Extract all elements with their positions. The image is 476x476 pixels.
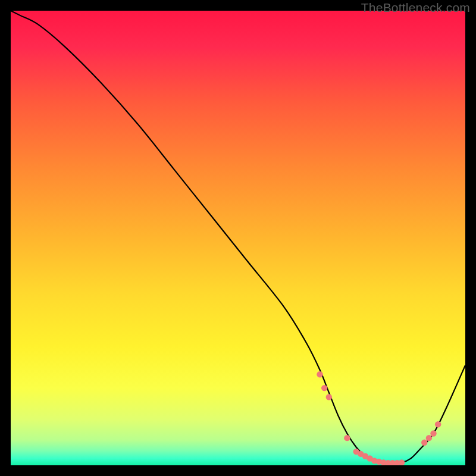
plot-area <box>11 11 465 465</box>
data-marker <box>321 385 327 391</box>
data-marker <box>326 394 332 400</box>
bottleneck-curve <box>11 11 465 463</box>
data-marker <box>399 459 405 465</box>
attribution-text: TheBottleneck.com <box>361 1 470 15</box>
data-marker <box>430 430 436 436</box>
data-marker <box>317 371 322 377</box>
data-marker <box>421 440 427 446</box>
data-markers <box>317 371 441 465</box>
data-marker <box>344 435 350 441</box>
curve-layer <box>11 11 465 465</box>
chart-container: TheBottleneck.com <box>0 0 476 476</box>
data-marker <box>426 435 432 441</box>
data-marker <box>435 421 441 427</box>
